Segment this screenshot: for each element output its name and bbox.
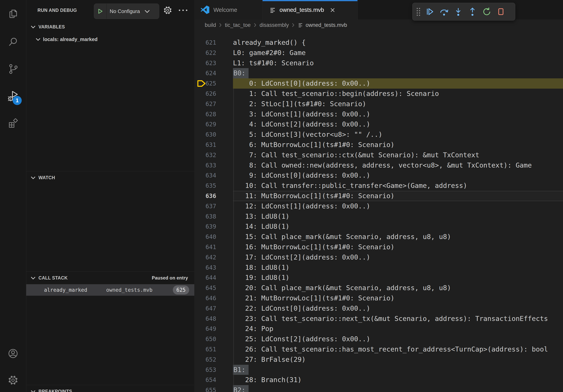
continue-button[interactable] — [423, 4, 437, 19]
breakpoint-gutter[interactable]: 632 — [194, 150, 233, 160]
close-icon[interactable] — [330, 7, 335, 13]
breakpoint-gutter[interactable]: 655 — [194, 385, 233, 392]
code-line-638[interactable]: 638 13: LdU8(1) — [194, 211, 563, 222]
breadcrumb-item-file[interactable]: owned_tests.mvb — [306, 22, 347, 28]
breadcrumb-item-build[interactable]: build — [205, 22, 216, 28]
breakpoint-gutter[interactable]: 636 — [194, 191, 233, 201]
step-into-button[interactable] — [451, 4, 465, 19]
breakpoint-gutter[interactable]: 627 — [194, 99, 233, 109]
line-content[interactable]: 26: Call test_scenario::has_most_recent_… — [233, 344, 563, 354]
line-content[interactable]: 2: StLoc[1](ts#1#0: Scenario) — [233, 99, 563, 109]
code-line-654[interactable]: 654 28: Branch(31) — [194, 375, 563, 385]
breadcrumb-item-disassembly[interactable]: disassembly — [260, 22, 289, 28]
tab-owned-tests[interactable]: owned_tests.mvb — [263, 0, 358, 20]
start-debugging-icon[interactable] — [94, 8, 106, 14]
breakpoint-gutter[interactable]: 625 — [194, 78, 233, 89]
code-line-629[interactable]: 629 4: LdConst[2](address: 0x00..) — [194, 119, 563, 130]
code-line-653[interactable]: 653B1: — [194, 365, 563, 375]
line-content[interactable]: 25: LdConst[2](address: 0x00..) — [233, 334, 563, 344]
breakpoint-gutter[interactable]: 633 — [194, 160, 233, 170]
stack-frame-row[interactable]: already_marked owned_tests.mvb 625 — [26, 284, 194, 296]
breakpoint-gutter[interactable]: 622 — [194, 48, 233, 58]
restart-button[interactable] — [480, 4, 494, 19]
code-line-642[interactable]: 642 17: LdConst[2](address: 0x00..) — [194, 252, 563, 262]
breadcrumb-item-tic-tac-toe[interactable]: tic_tac_toe — [225, 22, 251, 28]
code-line-643[interactable]: 643 18: LdU8(1) — [194, 262, 563, 273]
code-editor[interactable]: 621already_marked() {622L0: game#2#0: Ga… — [194, 30, 563, 392]
account-icon[interactable] — [0, 348, 26, 359]
locals-scope-row[interactable]: locals: already_marked — [26, 33, 194, 45]
breakpoint-gutter[interactable]: 653 — [194, 365, 233, 375]
breakpoint-gutter[interactable]: 631 — [194, 140, 233, 150]
gear-icon[interactable] — [163, 6, 172, 15]
breakpoint-gutter[interactable]: 642 — [194, 252, 233, 262]
breakpoint-gutter[interactable]: 654 — [194, 375, 233, 385]
line-content[interactable]: 17: LdConst[2](address: 0x00..) — [233, 252, 563, 262]
line-content[interactable]: 21: MutBorrowLoc[1](ts#1#0: Scenario) — [233, 293, 563, 303]
breakpoint-gutter[interactable]: 648 — [194, 314, 233, 324]
line-content[interactable]: 5: LdConst[3](vector<u8>: "" /..) — [233, 130, 563, 140]
line-content[interactable]: B0: — [233, 68, 563, 78]
breakpoint-gutter[interactable]: 639 — [194, 222, 233, 232]
line-content[interactable]: already_marked() { — [233, 38, 563, 48]
breakpoint-gutter[interactable]: 630 — [194, 130, 233, 140]
line-content[interactable]: 0: LdConst[0](address: 0x00..) — [233, 78, 563, 89]
breakpoint-gutter[interactable]: 644 — [194, 273, 233, 283]
breakpoint-gutter[interactable]: 634 — [194, 170, 233, 181]
code-line-651[interactable]: 651 26: Call test_scenario::has_most_rec… — [194, 344, 563, 354]
code-line-644[interactable]: 644 19: LdU8(1) — [194, 273, 563, 283]
code-line-621[interactable]: 621already_marked() { — [194, 38, 563, 48]
line-content[interactable]: 4: LdConst[2](address: 0x00..) — [233, 119, 563, 130]
code-line-622[interactable]: 622L0: game#2#0: Game — [194, 48, 563, 58]
code-line-650[interactable]: 650 25: LdConst[2](address: 0x00..) — [194, 334, 563, 344]
line-content[interactable]: 9: LdConst[0](address: 0x00..) — [233, 170, 563, 181]
breakpoint-gutter[interactable]: 646 — [194, 293, 233, 303]
breakpoint-gutter[interactable]: 623 — [194, 58, 233, 68]
line-content[interactable]: B2: — [233, 385, 563, 392]
line-content[interactable]: 16: MutBorrowLoc[1](ts#1#0: Scenario) — [233, 242, 563, 252]
code-line-655[interactable]: 655B2: — [194, 385, 563, 392]
code-line-628[interactable]: 628 3: LdConst[1](address: 0x00..) — [194, 109, 563, 119]
breakpoint-gutter[interactable]: 649 — [194, 324, 233, 334]
code-line-645[interactable]: 645 20: Call place_mark(&mut Scenario, a… — [194, 283, 563, 293]
line-content[interactable]: 14: LdU8(1) — [233, 222, 563, 232]
watch-header[interactable]: WATCH — [26, 171, 194, 184]
code-line-625[interactable]: 625 0: LdConst[0](address: 0x00..) — [194, 78, 563, 89]
search-icon[interactable] — [0, 37, 26, 47]
code-line-631[interactable]: 631 6: MutBorrowLoc[1](ts#1#0: Scenario) — [194, 140, 563, 150]
breakpoint-gutter[interactable]: 628 — [194, 109, 233, 119]
breakpoint-gutter[interactable]: 624 — [194, 68, 233, 78]
breakpoint-gutter[interactable]: 637 — [194, 201, 233, 211]
code-line-630[interactable]: 630 5: LdConst[3](vector<u8>: "" /..) — [194, 130, 563, 140]
step-out-button[interactable] — [465, 4, 480, 19]
extensions-icon[interactable] — [0, 118, 26, 129]
settings-gear-icon[interactable] — [0, 375, 26, 385]
debug-config-dropdown[interactable]: No Configura — [94, 3, 159, 19]
line-content[interactable]: 18: LdU8(1) — [233, 262, 563, 273]
code-line-627[interactable]: 627 2: StLoc[1](ts#1#0: Scenario) — [194, 99, 563, 109]
code-line-636[interactable]: 636 11: MutBorrowLoc[1](ts#1#0: Scenario… — [194, 191, 563, 201]
line-content[interactable]: 10: Call transfer::public_transfer<Game>… — [233, 181, 563, 191]
stop-button[interactable] — [494, 4, 508, 19]
code-line-649[interactable]: 649 24: Pop — [194, 324, 563, 334]
explorer-icon[interactable] — [0, 9, 26, 19]
code-line-646[interactable]: 646 21: MutBorrowLoc[1](ts#1#0: Scenario… — [194, 293, 563, 303]
more-actions-icon[interactable] — [179, 9, 188, 11]
line-content[interactable]: 28: Branch(31) — [233, 375, 563, 385]
breakpoint-gutter[interactable]: 635 — [194, 181, 233, 191]
variables-header[interactable]: VARIABLES — [26, 21, 194, 33]
line-content[interactable]: 3: LdConst[1](address: 0x00..) — [233, 109, 563, 119]
line-content[interactable]: 22: LdConst[0](address: 0x00..) — [233, 303, 563, 314]
code-line-648[interactable]: 648 23: Call test_scenario::next_tx(&mut… — [194, 314, 563, 324]
run-and-debug-icon[interactable]: 1 — [0, 91, 26, 101]
breakpoint-gutter[interactable]: 652 — [194, 354, 233, 365]
code-line-635[interactable]: 635 10: Call transfer::public_transfer<G… — [194, 181, 563, 191]
line-content[interactable]: 20: Call place_mark(&mut Scenario, addre… — [233, 283, 563, 293]
code-line-647[interactable]: 647 22: LdConst[0](address: 0x00..) — [194, 303, 563, 314]
breakpoint-gutter[interactable]: 640 — [194, 232, 233, 242]
code-line-632[interactable]: 632 7: Call test_scenario::ctx(&mut Scen… — [194, 150, 563, 160]
gripper-icon[interactable] — [416, 7, 421, 17]
breakpoint-gutter[interactable]: 645 — [194, 283, 233, 293]
source-control-icon[interactable] — [0, 64, 26, 74]
code-line-624[interactable]: 624B0: — [194, 68, 563, 78]
